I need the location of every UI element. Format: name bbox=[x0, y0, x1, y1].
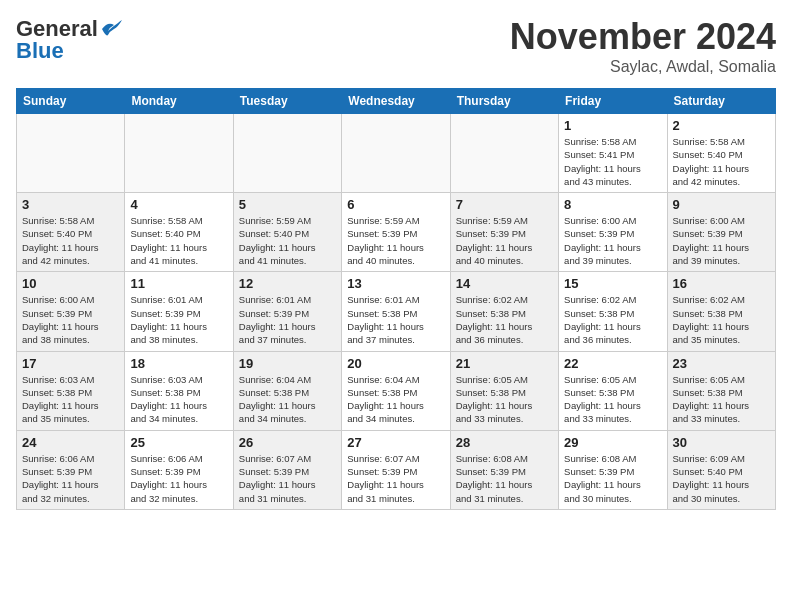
day-number: 25 bbox=[130, 435, 227, 450]
calendar-week-row: 3Sunrise: 5:58 AM Sunset: 5:40 PM Daylig… bbox=[17, 193, 776, 272]
day-number: 21 bbox=[456, 356, 553, 371]
cell-info: Sunrise: 5:59 AM Sunset: 5:39 PM Dayligh… bbox=[456, 214, 553, 267]
weekday-header: Wednesday bbox=[342, 89, 450, 114]
calendar-week-row: 24Sunrise: 6:06 AM Sunset: 5:39 PM Dayli… bbox=[17, 430, 776, 509]
logo-text-blue: Blue bbox=[16, 38, 64, 64]
calendar-table: SundayMondayTuesdayWednesdayThursdayFrid… bbox=[16, 88, 776, 510]
day-number: 20 bbox=[347, 356, 444, 371]
calendar-cell: 19Sunrise: 6:04 AM Sunset: 5:38 PM Dayli… bbox=[233, 351, 341, 430]
day-number: 7 bbox=[456, 197, 553, 212]
calendar-cell: 28Sunrise: 6:08 AM Sunset: 5:39 PM Dayli… bbox=[450, 430, 558, 509]
cell-info: Sunrise: 5:58 AM Sunset: 5:40 PM Dayligh… bbox=[673, 135, 770, 188]
day-number: 22 bbox=[564, 356, 661, 371]
calendar-cell: 30Sunrise: 6:09 AM Sunset: 5:40 PM Dayli… bbox=[667, 430, 775, 509]
calendar-cell: 25Sunrise: 6:06 AM Sunset: 5:39 PM Dayli… bbox=[125, 430, 233, 509]
cell-info: Sunrise: 6:07 AM Sunset: 5:39 PM Dayligh… bbox=[239, 452, 336, 505]
calendar-cell: 13Sunrise: 6:01 AM Sunset: 5:38 PM Dayli… bbox=[342, 272, 450, 351]
calendar-cell: 8Sunrise: 6:00 AM Sunset: 5:39 PM Daylig… bbox=[559, 193, 667, 272]
calendar-week-row: 10Sunrise: 6:00 AM Sunset: 5:39 PM Dayli… bbox=[17, 272, 776, 351]
calendar-cell: 24Sunrise: 6:06 AM Sunset: 5:39 PM Dayli… bbox=[17, 430, 125, 509]
day-number: 24 bbox=[22, 435, 119, 450]
cell-info: Sunrise: 6:05 AM Sunset: 5:38 PM Dayligh… bbox=[564, 373, 661, 426]
cell-info: Sunrise: 6:05 AM Sunset: 5:38 PM Dayligh… bbox=[673, 373, 770, 426]
day-number: 30 bbox=[673, 435, 770, 450]
cell-info: Sunrise: 6:06 AM Sunset: 5:39 PM Dayligh… bbox=[130, 452, 227, 505]
day-number: 16 bbox=[673, 276, 770, 291]
calendar-cell: 15Sunrise: 6:02 AM Sunset: 5:38 PM Dayli… bbox=[559, 272, 667, 351]
calendar-cell: 10Sunrise: 6:00 AM Sunset: 5:39 PM Dayli… bbox=[17, 272, 125, 351]
cell-info: Sunrise: 6:03 AM Sunset: 5:38 PM Dayligh… bbox=[130, 373, 227, 426]
page-header: General Blue November 2024 Saylac, Awdal… bbox=[16, 16, 776, 76]
calendar-header-row: SundayMondayTuesdayWednesdayThursdayFrid… bbox=[17, 89, 776, 114]
weekday-header: Tuesday bbox=[233, 89, 341, 114]
calendar-cell: 18Sunrise: 6:03 AM Sunset: 5:38 PM Dayli… bbox=[125, 351, 233, 430]
weekday-header: Friday bbox=[559, 89, 667, 114]
calendar-cell: 23Sunrise: 6:05 AM Sunset: 5:38 PM Dayli… bbox=[667, 351, 775, 430]
calendar-cell: 22Sunrise: 6:05 AM Sunset: 5:38 PM Dayli… bbox=[559, 351, 667, 430]
cell-info: Sunrise: 6:00 AM Sunset: 5:39 PM Dayligh… bbox=[564, 214, 661, 267]
calendar-cell: 4Sunrise: 5:58 AM Sunset: 5:40 PM Daylig… bbox=[125, 193, 233, 272]
title-area: November 2024 Saylac, Awdal, Somalia bbox=[510, 16, 776, 76]
calendar-cell: 16Sunrise: 6:02 AM Sunset: 5:38 PM Dayli… bbox=[667, 272, 775, 351]
cell-info: Sunrise: 6:03 AM Sunset: 5:38 PM Dayligh… bbox=[22, 373, 119, 426]
month-title: November 2024 bbox=[510, 16, 776, 58]
calendar-cell bbox=[125, 114, 233, 193]
cell-info: Sunrise: 6:09 AM Sunset: 5:40 PM Dayligh… bbox=[673, 452, 770, 505]
day-number: 3 bbox=[22, 197, 119, 212]
cell-info: Sunrise: 6:00 AM Sunset: 5:39 PM Dayligh… bbox=[673, 214, 770, 267]
day-number: 23 bbox=[673, 356, 770, 371]
cell-info: Sunrise: 6:01 AM Sunset: 5:39 PM Dayligh… bbox=[239, 293, 336, 346]
cell-info: Sunrise: 6:00 AM Sunset: 5:39 PM Dayligh… bbox=[22, 293, 119, 346]
day-number: 8 bbox=[564, 197, 661, 212]
day-number: 6 bbox=[347, 197, 444, 212]
day-number: 12 bbox=[239, 276, 336, 291]
calendar-cell: 21Sunrise: 6:05 AM Sunset: 5:38 PM Dayli… bbox=[450, 351, 558, 430]
cell-info: Sunrise: 6:02 AM Sunset: 5:38 PM Dayligh… bbox=[564, 293, 661, 346]
day-number: 17 bbox=[22, 356, 119, 371]
weekday-header: Monday bbox=[125, 89, 233, 114]
calendar-cell: 7Sunrise: 5:59 AM Sunset: 5:39 PM Daylig… bbox=[450, 193, 558, 272]
cell-info: Sunrise: 6:02 AM Sunset: 5:38 PM Dayligh… bbox=[456, 293, 553, 346]
day-number: 1 bbox=[564, 118, 661, 133]
day-number: 14 bbox=[456, 276, 553, 291]
cell-info: Sunrise: 6:08 AM Sunset: 5:39 PM Dayligh… bbox=[564, 452, 661, 505]
day-number: 19 bbox=[239, 356, 336, 371]
calendar-cell: 27Sunrise: 6:07 AM Sunset: 5:39 PM Dayli… bbox=[342, 430, 450, 509]
cell-info: Sunrise: 6:01 AM Sunset: 5:39 PM Dayligh… bbox=[130, 293, 227, 346]
calendar-cell: 1Sunrise: 5:58 AM Sunset: 5:41 PM Daylig… bbox=[559, 114, 667, 193]
day-number: 27 bbox=[347, 435, 444, 450]
calendar-cell: 6Sunrise: 5:59 AM Sunset: 5:39 PM Daylig… bbox=[342, 193, 450, 272]
cell-info: Sunrise: 5:58 AM Sunset: 5:40 PM Dayligh… bbox=[130, 214, 227, 267]
calendar-cell: 20Sunrise: 6:04 AM Sunset: 5:38 PM Dayli… bbox=[342, 351, 450, 430]
calendar-cell: 29Sunrise: 6:08 AM Sunset: 5:39 PM Dayli… bbox=[559, 430, 667, 509]
cell-info: Sunrise: 5:58 AM Sunset: 5:41 PM Dayligh… bbox=[564, 135, 661, 188]
weekday-header: Sunday bbox=[17, 89, 125, 114]
cell-info: Sunrise: 5:59 AM Sunset: 5:40 PM Dayligh… bbox=[239, 214, 336, 267]
weekday-header: Saturday bbox=[667, 89, 775, 114]
weekday-header: Thursday bbox=[450, 89, 558, 114]
calendar-cell bbox=[450, 114, 558, 193]
day-number: 4 bbox=[130, 197, 227, 212]
cell-info: Sunrise: 6:04 AM Sunset: 5:38 PM Dayligh… bbox=[347, 373, 444, 426]
calendar-cell: 3Sunrise: 5:58 AM Sunset: 5:40 PM Daylig… bbox=[17, 193, 125, 272]
day-number: 28 bbox=[456, 435, 553, 450]
day-number: 5 bbox=[239, 197, 336, 212]
day-number: 10 bbox=[22, 276, 119, 291]
day-number: 13 bbox=[347, 276, 444, 291]
calendar-cell bbox=[233, 114, 341, 193]
cell-info: Sunrise: 6:08 AM Sunset: 5:39 PM Dayligh… bbox=[456, 452, 553, 505]
cell-info: Sunrise: 6:04 AM Sunset: 5:38 PM Dayligh… bbox=[239, 373, 336, 426]
calendar-week-row: 1Sunrise: 5:58 AM Sunset: 5:41 PM Daylig… bbox=[17, 114, 776, 193]
cell-info: Sunrise: 5:58 AM Sunset: 5:40 PM Dayligh… bbox=[22, 214, 119, 267]
day-number: 11 bbox=[130, 276, 227, 291]
calendar-cell: 9Sunrise: 6:00 AM Sunset: 5:39 PM Daylig… bbox=[667, 193, 775, 272]
calendar-week-row: 17Sunrise: 6:03 AM Sunset: 5:38 PM Dayli… bbox=[17, 351, 776, 430]
cell-info: Sunrise: 6:07 AM Sunset: 5:39 PM Dayligh… bbox=[347, 452, 444, 505]
logo-bird-icon bbox=[100, 19, 122, 37]
calendar-cell: 17Sunrise: 6:03 AM Sunset: 5:38 PM Dayli… bbox=[17, 351, 125, 430]
calendar-cell: 2Sunrise: 5:58 AM Sunset: 5:40 PM Daylig… bbox=[667, 114, 775, 193]
calendar-cell: 12Sunrise: 6:01 AM Sunset: 5:39 PM Dayli… bbox=[233, 272, 341, 351]
calendar-cell: 5Sunrise: 5:59 AM Sunset: 5:40 PM Daylig… bbox=[233, 193, 341, 272]
cell-info: Sunrise: 5:59 AM Sunset: 5:39 PM Dayligh… bbox=[347, 214, 444, 267]
day-number: 2 bbox=[673, 118, 770, 133]
